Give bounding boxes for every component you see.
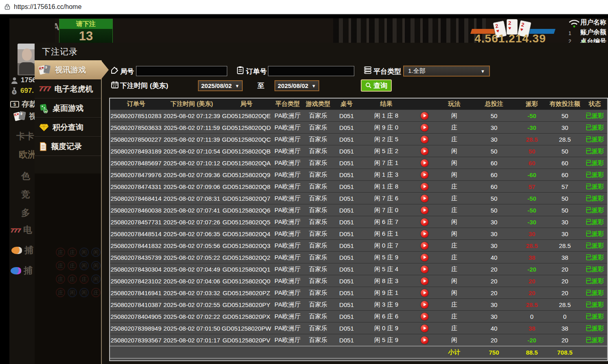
replay-button[interactable] — [421, 195, 428, 202]
replay-button[interactable] — [421, 136, 428, 143]
cell-time: 2025-08-02 07:05:56 — [162, 240, 222, 251]
replay-button[interactable] — [421, 124, 428, 132]
cell-result: 闲 5 庄 4 — [361, 263, 412, 275]
table-row: 2508020784684142025-08-02 07:08:31GD0512… — [110, 192, 607, 204]
cell-valid_bet: 38 — [547, 322, 582, 334]
person-icon — [11, 77, 18, 84]
play-icon — [424, 197, 426, 200]
replay-button[interactable] — [421, 254, 428, 261]
table-row: 2508020784231022025-08-02 07:04:06GD0512… — [110, 275, 607, 287]
sidebar-item-kaka[interactable]: 卡卡 — [16, 130, 34, 143]
sidebar-item-fishing-1[interactable]: 捕 — [11, 244, 33, 257]
cell-status: 已派彩 — [582, 252, 607, 263]
cell-round: GD051258020Q2 — [222, 252, 271, 263]
replay-button[interactable] — [421, 206, 428, 214]
cell-platform: PA欧洲厅 — [271, 204, 304, 216]
date-from-select[interactable]: 2025/08/02 ▼ — [198, 80, 243, 91]
cell-bet_type: 庄 — [437, 181, 472, 192]
table-row: 2508020784357392025-08-02 07:05:22GD0512… — [110, 251, 607, 263]
sidebar-item-se[interactable]: 色 — [21, 170, 30, 182]
cell-result: 闲 5 庄 9 — [361, 252, 412, 263]
cell-payout: 50 — [516, 145, 547, 157]
cell-platform: PA欧洲厅 — [271, 299, 304, 310]
cell-total_bet: 30 — [472, 228, 516, 239]
roadmap-bleedthrough: 庄庄闲闲庄庄闲闲庄庄庄闲庄闲闲庄 — [56, 248, 101, 300]
cell-valid_bet: 60 — [547, 157, 582, 169]
cell-status: 已派彩 — [582, 311, 607, 322]
tab-label: 视讯游戏 — [55, 65, 86, 75]
replay-button[interactable] — [421, 265, 428, 273]
tab-slots[interactable]: 777 电子老虎机 — [35, 79, 101, 99]
sidebar-item-jing[interactable]: 竞 — [21, 189, 30, 201]
round-no-input[interactable] — [136, 66, 227, 76]
order-no-input[interactable] — [268, 66, 354, 76]
sidebar-item-slots[interactable]: 777 电 — [11, 224, 32, 236]
sidebar-item-europe[interactable]: 欧洲 — [19, 149, 37, 161]
cell-platform: PA欧洲厅 — [271, 193, 304, 204]
replay-button[interactable] — [421, 313, 428, 320]
sidebar-item-deposit[interactable]: $ 存款 — [10, 99, 37, 110]
cell-time: 2025-08-02 07:02:22 — [162, 311, 222, 322]
replay-button[interactable] — [421, 171, 428, 179]
replay-button[interactable] — [421, 147, 428, 155]
replay-button[interactable] — [421, 301, 428, 309]
cell-order: 250802078485697 — [110, 157, 162, 169]
cell-play — [412, 193, 437, 204]
cell-table_no: D051 — [332, 322, 361, 334]
cell-time: 2025-08-02 07:03:32 — [162, 287, 222, 298]
platform-type-select[interactable]: 1.全部 ▼ — [403, 66, 490, 77]
search-button[interactable]: 查询 — [361, 79, 392, 92]
replay-button[interactable] — [421, 230, 428, 238]
cell-round: GD051258020PY — [222, 299, 271, 310]
play-icon — [424, 291, 426, 294]
cell-game — [304, 346, 332, 358]
roadmap-bead: 闲 — [68, 288, 77, 297]
replay-button[interactable] — [421, 218, 428, 226]
cell-result: 闲 3 庄 9 — [361, 299, 412, 310]
sidebar-item-live[interactable]: K♥9 视 — [14, 111, 37, 122]
cell-payout: 30 — [516, 228, 547, 239]
sidebar-item-duo[interactable]: 多 — [21, 207, 30, 219]
screen: https://175616.cc/home PlayAce 请下注 13 2♥… — [0, 0, 608, 364]
play-icon — [424, 149, 426, 153]
chevron-down-icon: ▼ — [312, 83, 316, 88]
cell-platform: PA欧洲厅 — [271, 134, 304, 145]
cell-round: GD051258020PV — [222, 334, 271, 346]
roadmap-bead: 庄 — [56, 248, 65, 257]
sidebar-item-fishing-2[interactable]: 捕 — [11, 265, 33, 277]
col-header-bet_type: 玩法 — [437, 99, 472, 110]
browser-address-bar[interactable]: https://175616.cc/home — [0, 0, 608, 14]
tab-quota-records[interactable]: 额度记录 — [35, 137, 101, 156]
replay-button[interactable] — [421, 336, 428, 344]
cell-table_no: D051 — [332, 275, 361, 287]
cell-round: GD051258020Q7 — [222, 193, 271, 204]
cell-game: 百家乐 — [304, 263, 332, 275]
date-to-select[interactable]: 2025/08/02 ▼ — [274, 80, 319, 91]
replay-button[interactable] — [421, 159, 428, 167]
cell-round: GD051258020PZ — [222, 287, 271, 298]
replay-button[interactable] — [421, 277, 428, 285]
play-icon — [424, 268, 426, 271]
url-text[interactable]: https://175616.cc/home — [14, 3, 81, 11]
tab-table-games[interactable]: 50 桌面游戏 — [35, 99, 101, 118]
replay-button[interactable] — [421, 325, 428, 332]
cell-time: 2025-08-02 07:01:50 — [162, 322, 222, 334]
cell-bet_type: 闲 — [437, 287, 472, 298]
replay-button[interactable] — [421, 289, 428, 297]
cell-table_no: D051 — [332, 287, 361, 298]
tab-live-games[interactable]: K♥9 视讯游戏 — [35, 60, 109, 79]
cell-order: 250802078510283 — [110, 110, 162, 121]
replay-button[interactable] — [421, 242, 428, 250]
cell-status: 已派彩 — [582, 181, 607, 192]
cell-table_no: D051 — [332, 110, 361, 121]
replay-button[interactable] — [421, 183, 428, 191]
tab-points-query[interactable]: 积分查询 — [35, 118, 101, 137]
chevron-down-icon: ▼ — [481, 69, 485, 74]
cell-status: 已派彩 — [582, 134, 607, 145]
cell-valid_bet: 30 — [547, 228, 582, 239]
cell-play — [412, 145, 437, 157]
cell-order: 250802078500227 — [110, 134, 162, 145]
replay-button[interactable] — [421, 112, 428, 120]
cell-status: 已派彩 — [582, 204, 607, 216]
cell-play — [412, 110, 437, 121]
